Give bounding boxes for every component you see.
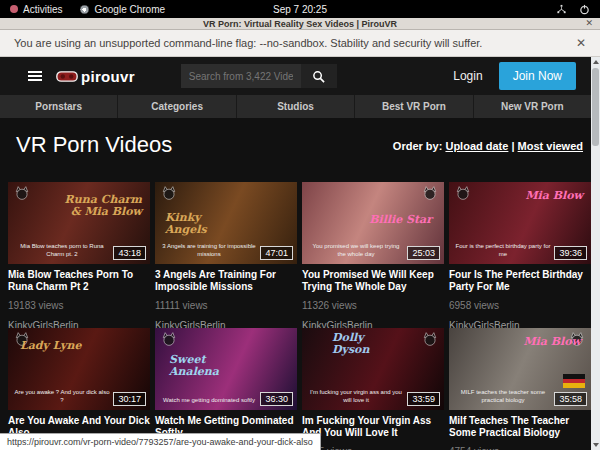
thumbnail-overlay-title: Runa Charm & Mia Blow [64,194,142,217]
studio-cat-logo-icon [161,332,177,350]
search-input[interactable] [181,64,301,88]
video-thumbnail[interactable]: Lady Lyne Are you awake ? And your dick … [8,328,150,410]
video-thumbnail[interactable]: Runa Charm & Mia Blow Mia Blow teaches p… [8,182,150,264]
duration-badge: 30:17 [113,392,146,406]
thumbnail-caption: Mia Blow teaches porn to Runa Charm pt. … [14,243,110,259]
video-views: 11326 views [302,300,444,311]
duration-badge: 33:59 [407,392,440,406]
window-title: VR Porn: Virtual Reality Sex Videos | Pi… [203,19,397,29]
order-separator: | [511,140,514,152]
studio-cat-logo-icon [422,186,438,204]
video-card[interactable]: Mia Blow MILF teaches the teacher some p… [449,328,591,450]
thumbnail-caption: I'm fucking your virgin ass and you will… [308,389,404,405]
german-flag-icon [563,374,585,388]
status-url-bubble: https://pirouvr.com/vr-porn-video/779325… [0,433,321,450]
search-group [181,64,337,88]
thumbnail-caption: Watch me getting dominated softly [161,397,257,405]
duration-badge: 25:03 [407,246,440,260]
video-views: 9785 views [302,446,444,450]
studio-cat-logo-icon [161,186,177,204]
duration-badge: 39:36 [554,246,587,260]
hamburger-menu-icon[interactable] [28,71,42,81]
login-link[interactable]: Login [453,69,482,83]
video-title[interactable]: Milf Teaches The Teacher Some Practical … [449,415,591,439]
thumbnail-overlay-title: Mia Blow [525,190,583,202]
clock[interactable]: Sep 7 20:25 [0,4,600,15]
page-content: VR Porn Videos Order by: Upload date | M… [0,118,591,450]
infobar-close-icon[interactable]: ✕ [576,36,586,50]
page-title: VR Porn Videos [16,132,172,158]
video-card[interactable]: Dolly Dyson I'm fucking your virgin ass … [302,328,444,450]
scrollbar[interactable] [591,57,600,450]
status-url: https://pirouvr.com/vr-porn-video/779325… [7,437,313,447]
order-by: Order by: Upload date | Most viewed [393,140,583,152]
order-by-label: Order by: [393,140,443,152]
studio-cat-logo-icon [422,332,438,350]
video-title[interactable]: You Promised We Will Keep Trying The Who… [302,269,444,293]
thumbnail-caption: 3 Angels are training for impossible mis… [161,243,257,259]
video-thumbnail[interactable]: Dolly Dyson I'm fucking your virgin ass … [302,328,444,410]
thumbnail-caption: Are you awake ? And your dick also ? [14,389,110,405]
studio-cat-logo-icon [569,332,585,350]
video-card[interactable]: Billie Star You promised we will keep tr… [302,182,444,328]
studio-cat-logo-icon [455,186,471,204]
nav-studios[interactable]: Studios [236,95,354,118]
duration-badge: 43:18 [113,246,146,260]
video-card[interactable]: Mia Blow Four is the perfect birthday pa… [449,182,591,328]
window-title-bar: VR Porn: Virtual Reality Sex Videos | Pi… [0,18,600,30]
video-views: 11111 views [155,300,297,311]
video-views: 19183 views [8,300,150,311]
thumbnail-overlay-title: Billie Star [369,214,432,226]
power-icon[interactable] [579,4,590,15]
nav-pornstars[interactable]: Pornstars [0,95,117,118]
nav-categories[interactable]: Categories [117,95,235,118]
infobar-message: You are using an unsupported command-lin… [14,37,482,49]
scroll-up-icon[interactable] [591,57,600,67]
network-icon[interactable] [556,4,567,15]
thumbnail-caption: Four is the perfect birthday party for m… [455,243,551,259]
video-thumbnail[interactable]: Billie Star You promised we will keep tr… [302,182,444,264]
studio-cat-logo-icon [14,332,30,350]
duration-badge: 35:58 [554,392,587,406]
duration-badge: 36:30 [260,392,293,406]
logo-text: pirouvr [81,68,135,85]
duration-badge: 47:01 [260,246,293,260]
scrollbar-thumb[interactable] [592,68,599,146]
video-thumbnail[interactable]: Mia Blow Four is the perfect birthday pa… [449,182,591,264]
search-button[interactable] [301,64,337,88]
video-card[interactable]: Kinky Angels 3 Angels are training for i… [155,182,297,328]
thumbnail-caption: MILF teaches the teacher some practical … [455,389,551,405]
scroll-down-icon[interactable] [591,440,600,450]
order-upload-date-link[interactable]: Upload date [445,140,508,152]
thumbnail-overlay-title: Sweet Analena [169,354,247,377]
thumbnail-overlay-title: Dolly Dyson [332,332,402,355]
video-grid: Runa Charm & Mia Blow Mia Blow teaches p… [8,182,591,450]
site-header: pirouvr Login Join Now [0,57,600,95]
order-most-viewed-link[interactable]: Most viewed [518,140,583,152]
search-icon [312,70,325,83]
video-thumbnail[interactable]: Kinky Angels 3 Angels are training for i… [155,182,297,264]
desktop-top-bar: Activities Google Chrome Sep 7 20:25 [0,0,600,18]
video-views: 4754 views [449,446,591,450]
nav-best-vr-porn[interactable]: Best VR Porn [354,95,472,118]
video-card[interactable]: Sweet Analena Watch me getting dominated… [155,328,297,450]
main-nav: Pornstars Categories Studios Best VR Por… [0,95,591,118]
video-title[interactable]: Mia Blow Teaches Porn To Runa Charm Pt 2 [8,269,150,293]
video-views: 6958 views [449,300,591,311]
video-title[interactable]: Four Is The Perfect Birthday Party For M… [449,269,591,293]
video-card[interactable]: Lady Lyne Are you awake ? And your dick … [8,328,150,450]
nav-new-vr-porn[interactable]: New VR Porn [473,95,591,118]
video-card[interactable]: Runa Charm & Mia Blow Mia Blow teaches p… [8,182,150,328]
vr-goggles-icon [56,70,78,83]
video-title[interactable]: 3 Angels Are Training For Impossible Mis… [155,269,297,293]
chrome-infobar: You are using an unsupported command-lin… [0,30,600,57]
join-now-button[interactable]: Join Now [499,62,576,90]
site-logo[interactable]: pirouvr [56,68,135,85]
studio-cat-logo-icon [14,186,30,204]
video-thumbnail[interactable]: Mia Blow MILF teaches the teacher some p… [449,328,591,410]
thumbnail-caption: You promised we will keep trying the who… [308,243,404,259]
video-title[interactable]: Im Fucking Your Virgin Ass And You Will … [302,415,444,439]
thumbnail-overlay-title: Kinky Angels [165,212,235,235]
window-close-icon[interactable]: ✕ [585,18,593,28]
video-thumbnail[interactable]: Sweet Analena Watch me getting dominated… [155,328,297,410]
